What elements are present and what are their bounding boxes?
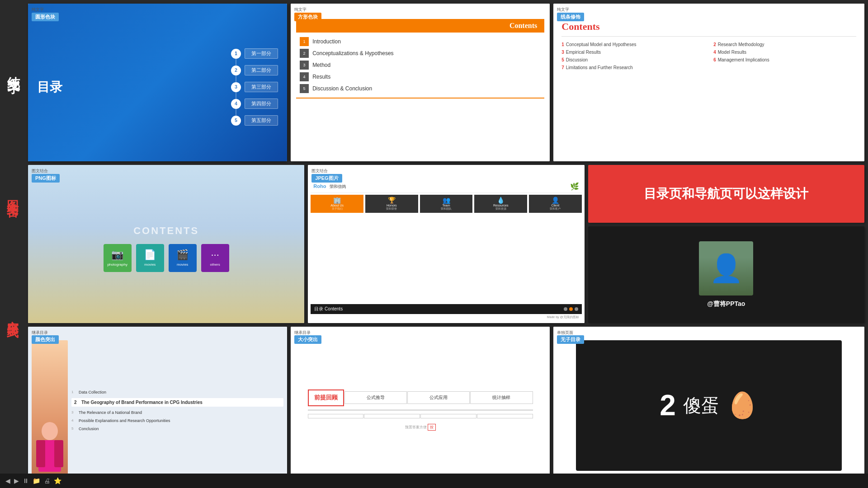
slide-jpeg-footer-text: 目录 Contents	[314, 306, 343, 312]
color-num-1: 1	[71, 390, 76, 394]
weibo-handle: @曹将PPTao	[707, 300, 745, 308]
slide-single-num: 2	[660, 389, 676, 422]
toolbar-btn-print[interactable]: 🖨	[44, 477, 50, 484]
nav-icon-3: 👥	[443, 197, 450, 204]
line-num-3: 3	[561, 50, 564, 55]
slide-color-content: 1 Data Collection 2 The Geography of Bra…	[28, 327, 287, 484]
slide-size-top: 前提回顾 公式推导 公式应用 统计抽样	[308, 389, 533, 406]
slide-square-tag-small: 纯文字	[294, 7, 321, 12]
slide-single-screen: 2 傻蛋 🥚	[576, 340, 842, 471]
dot-2	[569, 307, 573, 311]
slide-color-card[interactable]: 继承目录 颜色突出 1 Data Collection	[28, 327, 287, 484]
slide-square-card[interactable]: 纯文字 方形色块 Contents 1 Introduction 2 Conce…	[291, 4, 550, 161]
png-icon-label-1: photography	[107, 263, 127, 267]
line-label-2: Research Methodology	[718, 42, 764, 47]
slide-line-header: Contents	[561, 21, 856, 37]
sq-label-4: Results	[312, 74, 330, 80]
color-item-4: 4 Possible Explanations and Research Opp…	[71, 418, 283, 423]
toolbar-btn-star[interactable]: ⭐	[54, 477, 61, 484]
dot-1	[564, 307, 567, 311]
toolbar-btn-1[interactable]: ◀	[5, 477, 10, 484]
line-num-4: 4	[713, 50, 716, 55]
slide-size-sub-3: 统计抽样	[470, 391, 533, 404]
slide-single-tag-title: 无子目录	[557, 335, 584, 344]
circle-label-3: 第三部分	[245, 82, 278, 92]
color-label-5: Conclusion	[79, 427, 99, 431]
row-2: 图文结合 PNG图标 CONTENTS 📷 photography 📄 movi…	[28, 165, 864, 323]
slide-size-stamp: 预置答案方便 按	[405, 424, 436, 431]
slide-jpeg-card[interactable]: 图文结合 JPEG图片 Roho 荣和信鸽 🌿 🏢 About Us 关于我们	[308, 165, 584, 323]
nav-item-3: 👥 Team 荣和团队	[420, 195, 473, 213]
slide-square-items: 1 Introduction 2 Conceptualizations & Hy…	[296, 37, 544, 93]
nav-label-3: Team	[442, 204, 450, 207]
slide-jpeg-made: Made by @无限的图标	[311, 314, 581, 320]
nav-label-5: Client	[551, 204, 559, 207]
sq-num-5: 5	[300, 84, 309, 93]
sidebar: 纯文字 图文结合 突出形式	[0, 0, 26, 488]
slide-line-grid: 1 Conceptual Model and Hypotheses 2 Rese…	[561, 42, 856, 70]
png-icon-1: 📷 photography	[104, 244, 132, 272]
slide-circle-item-3: 3 第三部分	[231, 82, 278, 92]
color-num-2: 2	[74, 400, 79, 405]
nav-sub-1: 关于我们	[332, 207, 343, 211]
slide-circle-item-2: 2 第二部分	[231, 65, 278, 75]
nav-label-2: Honors	[387, 204, 397, 207]
slide-png-card[interactable]: 图文结合 PNG图标 CONTENTS 📷 photography 📄 movi…	[28, 165, 304, 323]
slide-size-bottom	[308, 414, 533, 418]
color-label-2: The Geography of Brand Performance in CP…	[81, 400, 203, 405]
sq-label-1: Introduction	[312, 38, 341, 45]
slide-size-card[interactable]: 继承目录 大小突出 前提回顾 公式推导 公式应用 统计抽样	[291, 327, 550, 484]
slide-circle-card[interactable]: 纯文字 圆形色块 目录 1 第一部分 2 第二部分 3	[28, 4, 287, 161]
line-num-1: 1	[561, 42, 564, 47]
color-label-4: Possible Explanations and Research Oppor…	[79, 418, 170, 423]
nav-label-1: About Us	[330, 204, 344, 207]
row-1: 纯文字 圆形色块 目录 1 第一部分 2 第二部分 3	[28, 4, 864, 161]
slide-line-item-2: 2 Research Methodology	[713, 42, 856, 47]
circle-label-1: 第一部分	[245, 48, 278, 59]
toolbar-btn-pause[interactable]: ⏸	[23, 477, 29, 484]
slide-jpeg-tag-title: JPEG图片	[311, 174, 342, 183]
sq-num-4: 4	[300, 72, 309, 81]
slide-special-card[interactable]: 目录页和导航页可以这样设计	[588, 165, 864, 223]
slide-size-content: 前提回顾 公式推导 公式应用 统计抽样 预置答案方便	[291, 327, 550, 484]
slide-size-bottom-1	[308, 414, 364, 418]
line-label-7: Limitations and Further Research	[566, 65, 633, 70]
slide-circle-tag-small: 纯文字	[32, 7, 59, 12]
slide-circle-line	[236, 58, 236, 126]
png-icon-sym-1: 📷	[111, 249, 123, 261]
slide-size-bottom-2	[364, 414, 420, 418]
slide-circle-items: 1 第一部分 2 第二部分 3 第三部分 4 第四部分	[231, 48, 278, 126]
slide-circle-item-5: 5 第五部分	[231, 115, 278, 126]
nav-item-2: 🏆 Honors 荣和荣誉	[365, 195, 418, 213]
slide-size-bottom-3	[420, 414, 476, 418]
slide-color-tag: 继承目录 颜色突出	[32, 330, 59, 344]
slide-line-content: Contents 1 Conceptual Model and Hypothes…	[553, 4, 864, 161]
slide-square-item-1: 1 Introduction	[300, 37, 541, 46]
color-item-5: 5 Conclusion	[71, 427, 283, 431]
slide-line-card[interactable]: 纯文字 线条修饰 Contents 1 Conceptual Model and…	[553, 4, 864, 161]
png-icon-sym-3: 🎬	[176, 249, 189, 261]
nav-sub-3: 荣和团队	[441, 207, 452, 211]
line-label-1: Conceptual Model and Hypotheses	[566, 42, 637, 47]
slide-size-line	[308, 410, 533, 410]
slide-size-tag: 继承目录 大小突出	[294, 330, 321, 344]
toolbar-btn-2[interactable]: ▶	[14, 477, 19, 484]
egg-icon: 🥚	[726, 390, 758, 420]
slide-photo-card[interactable]: 👤 @曹将PPTao	[588, 226, 864, 323]
slide-line-item-1: 1 Conceptual Model and Hypotheses	[561, 42, 704, 47]
slide-single-card[interactable]: 单独页面 无子目录 2 傻蛋 🥚 ⏮ ▶ ⏭ 🔊 ⛶	[553, 327, 864, 484]
png-icon-label-4: others	[210, 263, 220, 267]
toolbar-btn-folder[interactable]: 📁	[33, 477, 40, 484]
circle-num-1: 1	[231, 49, 241, 59]
stamp-box-text: 按	[428, 424, 436, 431]
slide-jpeg-logo: Roho 荣和信鸽	[313, 183, 345, 190]
line-num-7: 7	[561, 65, 564, 70]
slide-line-tag-title: 线条修饰	[557, 13, 584, 21]
slide-size-sub-1: 公式推导	[344, 391, 407, 404]
svg-rect-3	[54, 440, 63, 467]
slide-png-title: CONTENTS	[133, 225, 199, 237]
slide-line-item-4: 4 Model Results	[713, 50, 856, 55]
color-label-1: Data Collection	[79, 390, 106, 394]
color-item-1: 1 Data Collection	[71, 390, 283, 394]
nav-item-1: 🏢 About Us 关于我们	[311, 195, 363, 213]
